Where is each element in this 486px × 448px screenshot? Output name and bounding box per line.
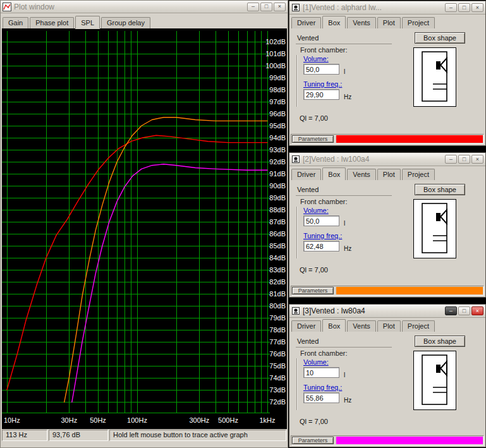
maximize-icon[interactable]: □ xyxy=(458,3,470,12)
svg-text:75dB: 75dB xyxy=(269,362,286,370)
enclosure-outline xyxy=(422,203,447,253)
driver-cone-icon xyxy=(440,58,447,72)
tab-vents[interactable]: Vents xyxy=(347,17,376,28)
tuning-freq-label[interactable]: Tuning freq.: xyxy=(303,80,342,88)
tab-vents[interactable]: Vents xyxy=(347,320,376,332)
box-tab-content: Vented Box shape Front chamber: Volume: … xyxy=(289,28,485,133)
box-type-select[interactable]: Vented xyxy=(296,185,392,196)
svg-text:300Hz: 300Hz xyxy=(189,416,209,424)
svg-text:30Hz: 30Hz xyxy=(61,416,77,424)
tab-gain[interactable]: Gain xyxy=(3,17,28,28)
tuning-freq-unit-label: Hz xyxy=(344,397,351,404)
driver-cone-icon xyxy=(440,361,447,375)
status-cursor-level: 93,76 dB xyxy=(49,430,108,441)
tuning-freq-input[interactable] xyxy=(303,392,339,403)
svg-text:96dB: 96dB xyxy=(269,110,286,118)
spl-plot-canvas[interactable]: 102dB101dB100dB99dB98dB97dB96dB95dB94dB9… xyxy=(2,28,287,429)
svg-text:100Hz: 100Hz xyxy=(127,416,147,424)
vent-port-icon xyxy=(433,236,447,241)
tuning-freq-label[interactable]: Tuning freq.: xyxy=(303,384,342,391)
svg-text:1kHz: 1kHz xyxy=(259,416,275,424)
svg-text:98dB: 98dB xyxy=(269,86,286,94)
tab-phase-plot[interactable]: Phase plot xyxy=(30,17,74,28)
tab-project[interactable]: Project xyxy=(402,169,435,180)
volume-input[interactable] xyxy=(303,367,339,378)
plot-window-titlebar[interactable]: Plot window – □ × xyxy=(1,1,288,13)
tab-group-delay[interactable]: Group delay xyxy=(101,17,150,28)
svg-text:93dB: 93dB xyxy=(269,146,286,154)
maximize-icon[interactable]: □ xyxy=(260,3,272,11)
driver-cone-icon xyxy=(440,210,447,224)
svg-text:91dB: 91dB xyxy=(269,170,286,178)
tab-project[interactable]: Project xyxy=(402,17,435,28)
minimize-icon[interactable]: – xyxy=(445,3,457,12)
ql-value: Ql = 7,00 xyxy=(300,114,328,122)
tab-vents[interactable]: Vents xyxy=(347,169,376,180)
svg-text:99dB: 99dB xyxy=(269,74,286,82)
parameter-color-bar[interactable] xyxy=(336,135,483,143)
tuning-freq-input[interactable] xyxy=(303,241,339,251)
svg-text:72dB: 72dB xyxy=(269,398,286,406)
parameters-row: Parameters xyxy=(291,286,484,296)
front-chamber-group-border xyxy=(296,55,297,107)
box-tab-content: Vented Box shape Front chamber: Volume: … xyxy=(289,332,485,434)
plot-statusbar: 113 Hz 93,76 dB Hold left mouse button t… xyxy=(1,429,288,442)
volume-label[interactable]: Volume: xyxy=(303,55,329,63)
close-icon[interactable]: × xyxy=(471,3,483,12)
svg-text:500Hz: 500Hz xyxy=(218,416,238,424)
plot-tabbar: Gain Phase plot SPL Group delay xyxy=(1,13,288,28)
tab-project[interactable]: Project xyxy=(402,320,435,332)
spl-plot: 102dB101dB100dB99dB98dB97dB96dB95dB94dB9… xyxy=(2,28,287,429)
tab-box[interactable]: Box xyxy=(322,16,346,28)
svg-text:87dB: 87dB xyxy=(269,218,286,226)
parameters-button[interactable]: Parameters xyxy=(292,135,334,143)
box-shape-button[interactable]: Box shape xyxy=(415,184,465,195)
box-shape-preview xyxy=(413,47,456,107)
box-window-title: [3]Vented : lw80a4 xyxy=(303,306,442,315)
minimize-icon[interactable]: – xyxy=(445,306,457,315)
box-shape-button[interactable]: Box shape xyxy=(415,32,465,44)
volume-label[interactable]: Volume: xyxy=(303,358,329,366)
volume-input[interactable] xyxy=(303,215,339,226)
close-icon[interactable]: × xyxy=(274,3,286,11)
status-cursor-frequency: 113 Hz xyxy=(2,430,47,441)
box-window-tabbar: Driver Box Vents Plot Project xyxy=(289,15,485,28)
tab-plot[interactable]: Plot xyxy=(377,320,401,332)
parameters-button[interactable]: Parameters xyxy=(292,437,334,444)
tab-driver[interactable]: Driver xyxy=(291,169,321,180)
parameter-color-bar[interactable] xyxy=(336,437,483,444)
maximize-icon[interactable]: □ xyxy=(458,306,470,315)
box-shape-button[interactable]: Box shape xyxy=(415,336,465,347)
tab-driver[interactable]: Driver xyxy=(291,17,321,28)
minimize-icon[interactable]: – xyxy=(445,155,457,164)
tab-box[interactable]: Box xyxy=(322,167,346,180)
tab-spl[interactable]: SPL xyxy=(75,16,100,28)
driver-magnet xyxy=(436,61,440,70)
box-type-select[interactable]: Vented xyxy=(296,33,392,44)
tab-plot[interactable]: Plot xyxy=(377,17,401,28)
svg-text:89dB: 89dB xyxy=(269,194,286,202)
box-window-titlebar[interactable]: [1]Vented : alphard lw... – □ × xyxy=(289,1,485,15)
box-window-titlebar[interactable]: [3]Vented : lw80a4 – □ × xyxy=(289,305,485,318)
tab-plot[interactable]: Plot xyxy=(377,169,401,180)
volume-label[interactable]: Volume: xyxy=(303,207,329,214)
close-icon[interactable]: × xyxy=(471,155,483,164)
tab-driver[interactable]: Driver xyxy=(291,320,321,332)
tuning-freq-label[interactable]: Tuning freq.: xyxy=(303,232,342,239)
tab-box[interactable]: Box xyxy=(322,319,346,332)
box-window-tabbar: Driver Box Vents Plot Project xyxy=(289,318,485,332)
parameter-color-bar[interactable] xyxy=(336,287,483,294)
tuning-freq-input[interactable] xyxy=(303,89,339,100)
svg-text:94dB: 94dB xyxy=(269,134,286,142)
maximize-icon[interactable]: □ xyxy=(458,155,470,164)
box-window-titlebar[interactable]: [2]Vented : lw100a4 – □ × xyxy=(289,153,485,166)
parameters-button[interactable]: Parameters xyxy=(292,287,334,294)
svg-text:100dB: 100dB xyxy=(265,62,286,70)
volume-input[interactable] xyxy=(303,64,339,75)
volume-unit-label: l xyxy=(344,68,345,75)
minimize-icon[interactable]: – xyxy=(247,3,259,11)
box-window: [2]Vented : lw100a4 – □ × Driver Box Ven… xyxy=(289,152,486,298)
box-type-select[interactable]: Vented xyxy=(296,337,392,348)
front-chamber-group-border xyxy=(296,207,297,258)
close-icon[interactable]: × xyxy=(471,306,483,315)
